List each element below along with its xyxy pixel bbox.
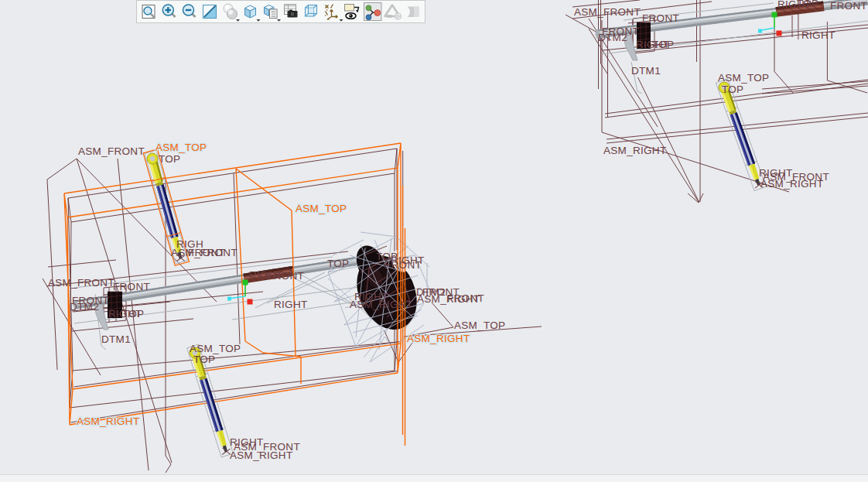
svg-text:TOP: TOP — [122, 308, 144, 320]
svg-text:DTM2: DTM2 — [598, 32, 627, 43]
svg-text:RIGHT: RIGHT — [391, 255, 425, 266]
svg-text:FRONT: FRONT — [113, 281, 150, 292]
svg-text:DTM1: DTM1 — [631, 65, 661, 77]
svg-text:TOP: TOP — [652, 39, 674, 50]
svg-text:DTM1: DTM1 — [101, 333, 131, 345]
svg-text:ASM_FRONT: ASM_FRONT — [574, 6, 641, 18]
svg-text:ASM_FRONT: ASM_FRONT — [78, 145, 145, 157]
svg-text:FRONT: FRONT — [447, 292, 484, 304]
svg-text:DTM2: DTM2 — [70, 301, 99, 313]
svg-text:TOP: TOP — [797, 0, 818, 9]
svg-text:FRONT: FRONT — [830, 0, 867, 12]
svg-text:TOP: TOP — [193, 354, 215, 365]
svg-text:FRONT: FRONT — [267, 270, 304, 282]
svg-text:ASM_RIGHT: ASM_RIGHT — [760, 178, 823, 190]
svg-text:ASM_RIGHT: ASM_RIGHT — [350, 299, 412, 310]
svg-text:FRONT: FRONT — [642, 12, 679, 24]
svg-text:ASM_TOP: ASM_TOP — [296, 203, 347, 214]
svg-text:TOP: TOP — [722, 84, 743, 95]
svg-text:RIGHT: RIGHT — [801, 29, 836, 41]
svg-text:ASM_TOP: ASM_TOP — [190, 343, 241, 354]
svg-text:ASM_TOP: ASM_TOP — [454, 320, 505, 331]
svg-text:FRONT: FRONT — [188, 247, 225, 258]
svg-text:TOP: TOP — [159, 153, 180, 165]
svg-text:ASM_TOP: ASM_TOP — [718, 72, 769, 84]
svg-text:ASM_RIGHT: ASM_RIGHT — [230, 450, 292, 461]
svg-text:ASM_RIGHT: ASM_RIGHT — [77, 415, 139, 427]
svg-text:ASM_RIGHT: ASM_RIGHT — [407, 333, 470, 344]
svg-text:ASM_FRONT: ASM_FRONT — [48, 277, 114, 289]
svg-text:TOP: TOP — [327, 258, 349, 269]
svg-text:ASM_RIGHT: ASM_RIGHT — [603, 145, 666, 156]
svg-text:ASM_TOP: ASM_TOP — [155, 142, 207, 153]
svg-text:RIGHT: RIGHT — [274, 299, 308, 310]
